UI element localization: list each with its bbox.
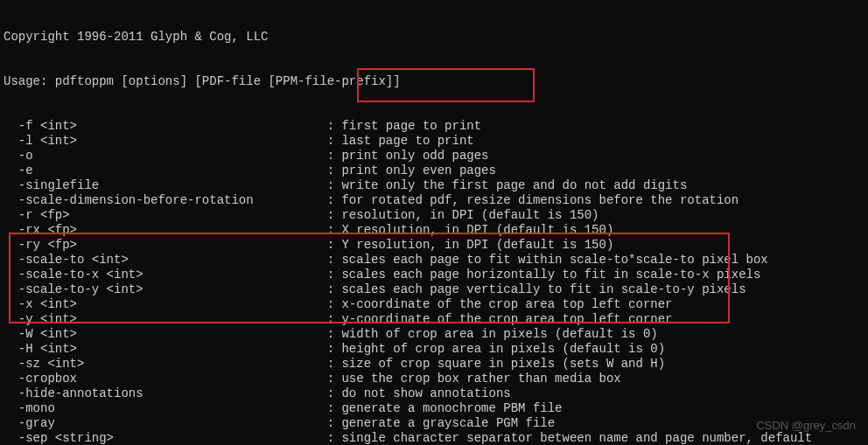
option-row: -rx <fp> : X resolution, in DPI (default… <box>4 223 864 238</box>
option-row: -x <int> : x-coordinate of the crop area… <box>4 297 864 312</box>
watermark: CSDN @grey_csdn <box>756 418 856 433</box>
option-row: -scale-to-y <int> : scales each page ver… <box>4 282 864 297</box>
option-row: -singlefile : write only the first page … <box>4 178 864 193</box>
option-row: -sep <string> : single character separat… <box>4 431 864 445</box>
option-row: -gray : generate a grayscale PGM file <box>4 416 864 431</box>
option-row: -e : print only even pages <box>4 163 864 178</box>
option-row: -hide-annotations : do not show annotati… <box>4 386 864 401</box>
option-row: -l <int> : last page to print <box>4 134 864 149</box>
option-row: -y <int> : y-coordinate of the crop area… <box>4 312 864 327</box>
option-row: -f <int> : first page to print <box>4 119 864 134</box>
option-row: -scale-dimension-before-rotation : for r… <box>4 193 864 208</box>
options-list: -f <int> : first page to print -l <int> … <box>4 119 864 445</box>
option-row: -cropbox : use the crop box rather than … <box>4 372 864 386</box>
option-row: -mono : generate a monochrome PBM file <box>4 401 864 416</box>
option-row: -o : print only odd pages <box>4 149 864 163</box>
terminal-output: Copyright 1996-2011 Glyph & Cog, LLC Usa… <box>0 0 868 445</box>
option-row: -ry <fp> : Y resolution, in DPI (default… <box>4 238 864 253</box>
option-row: -H <int> : height of crop area in pixels… <box>4 342 864 357</box>
option-row: -sz <int> : size of crop square in pixel… <box>4 357 864 372</box>
option-row: -scale-to-x <int> : scales each page hor… <box>4 268 864 282</box>
option-row: -W <int> : width of crop area in pixels … <box>4 327 864 342</box>
copyright-line: Copyright 1996-2011 Glyph & Cog, LLC <box>4 30 864 45</box>
option-row: -scale-to <int> : scales each page to fi… <box>4 253 864 268</box>
option-row: -r <fp> : resolution, in DPI (default is… <box>4 208 864 223</box>
usage-line: Usage: pdftoppm [options] [PDF-file [PPM… <box>4 74 864 89</box>
